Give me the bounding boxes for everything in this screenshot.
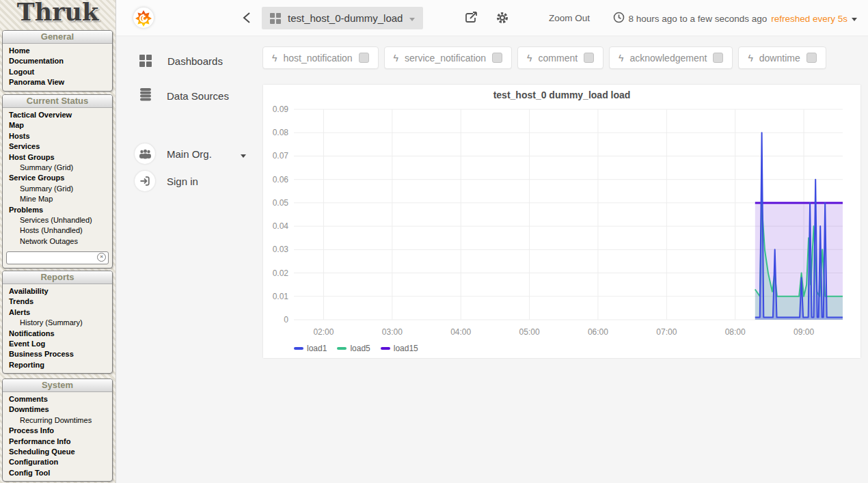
- menu-item[interactable]: Performance Info: [3, 437, 112, 447]
- svg-text:08:00: 08:00: [725, 327, 746, 337]
- sidebar-item-label: Sign in: [167, 176, 198, 187]
- menu-item[interactable]: Service Groups: [3, 173, 112, 183]
- refresh-interval-text: refreshed every 5s: [771, 14, 847, 24]
- legend-item[interactable]: load1: [294, 344, 327, 353]
- org-chevron-down-icon[interactable]: [241, 154, 246, 158]
- menu-item[interactable]: Process Info: [3, 426, 112, 436]
- menu-item[interactable]: Tactical Overview: [3, 110, 112, 120]
- share-icon[interactable]: [465, 11, 478, 27]
- annotation-checkbox[interactable]: [806, 53, 817, 63]
- menu-item[interactable]: Summary (Grid): [3, 184, 112, 194]
- svg-text:04:00: 04:00: [450, 327, 471, 337]
- annotation-toggle[interactable]: ϟ host_notification: [262, 46, 379, 69]
- menu-item[interactable]: Event Log: [3, 339, 112, 349]
- dashboard-grid-icon: [270, 13, 281, 24]
- lightning-icon: ϟ: [619, 53, 623, 64]
- menu-item[interactable]: Hosts (Unhandled): [3, 225, 112, 236]
- dashboards-grid-icon: [139, 55, 152, 67]
- menu-general: General HomeDocumentationLogoutPanorama …: [2, 30, 113, 92]
- annotation-label: host_notification: [283, 53, 352, 64]
- menu-item[interactable]: Recurring Downtimes: [3, 415, 112, 426]
- status-search-input[interactable]: [6, 251, 109, 264]
- menu-list-general: HomeDocumentationLogoutPanorama View: [3, 44, 112, 91]
- legend-item[interactable]: load15: [381, 344, 418, 353]
- back-chevron-icon[interactable]: [242, 11, 252, 27]
- sidebar-item-label: Data Sources: [167, 90, 229, 102]
- svg-text:05:00: 05:00: [519, 327, 540, 337]
- menu-item[interactable]: Configuration: [3, 457, 112, 467]
- menu-header-reports: Reports: [3, 271, 112, 284]
- annotation-toggle[interactable]: ϟ comment: [517, 46, 603, 69]
- legend-item[interactable]: load5: [337, 344, 370, 353]
- menu-reports: Reports AvailabilityTrendsAlertsHistory …: [2, 271, 113, 374]
- menu-item[interactable]: Map: [3, 120, 112, 130]
- menu-item[interactable]: Trends: [3, 296, 112, 307]
- sidebar-item-label: Main Org.: [167, 148, 212, 160]
- annotation-toggle[interactable]: ϟ acknowledgement: [609, 46, 733, 69]
- grafana-topbar: test_host_0-dummy_load Zoom Out: [116, 0, 868, 36]
- annotation-checkbox[interactable]: [584, 53, 594, 63]
- menu-item[interactable]: Problems: [3, 205, 112, 215]
- chevron-down-icon: [852, 18, 857, 21]
- sidebar-item-dashboards[interactable]: Dashboards: [139, 55, 223, 67]
- grafana-logo[interactable]: [133, 8, 154, 28]
- menu-item[interactable]: Mine Map: [3, 194, 112, 204]
- menu-item[interactable]: Panorama View: [3, 77, 112, 87]
- annotation-checkbox[interactable]: [492, 53, 502, 63]
- svg-text:0.07: 0.07: [273, 151, 289, 161]
- thruk-sidebar: Thruk General HomeDocumentationLogoutPan…: [0, 0, 116, 483]
- menu-item[interactable]: Config Tool: [3, 468, 112, 478]
- menu-item[interactable]: Logout: [3, 67, 112, 77]
- menu-item[interactable]: Hosts: [3, 131, 112, 141]
- time-range-picker[interactable]: 8 hours ago to a few seconds ago refresh…: [613, 12, 857, 25]
- clock-icon: [613, 12, 625, 25]
- annotation-label: service_notification: [405, 53, 486, 64]
- annotation-checkbox[interactable]: [713, 53, 723, 63]
- menu-item[interactable]: Services: [3, 141, 112, 152]
- gear-icon[interactable]: [496, 11, 509, 27]
- database-icon: [139, 88, 152, 104]
- svg-text:0.08: 0.08: [273, 128, 289, 137]
- menu-item[interactable]: Home: [3, 46, 112, 56]
- svg-text:0.02: 0.02: [273, 268, 289, 278]
- menu-item[interactable]: Downtimes: [3, 404, 112, 415]
- sidebar-item-data-sources[interactable]: Data Sources: [139, 88, 229, 104]
- menu-header-current-status: Current Status: [3, 95, 112, 108]
- legend-swatch: [337, 347, 347, 350]
- svg-text:0.04: 0.04: [273, 221, 289, 231]
- menu-item[interactable]: Services (Unhandled): [3, 215, 112, 225]
- legend-label: load5: [350, 344, 370, 353]
- svg-text:0.09: 0.09: [273, 105, 289, 114]
- menu-item[interactable]: Documentation: [3, 56, 112, 66]
- thruk-logo[interactable]: Thruk: [0, 0, 116, 26]
- annotation-toggle[interactable]: ϟ service_notification: [384, 46, 512, 69]
- svg-text:0.05: 0.05: [273, 198, 289, 208]
- dashboard-title: test_host_0-dummy_load: [288, 12, 403, 24]
- chevron-down-icon: [409, 18, 415, 21]
- dashboard-selector[interactable]: test_host_0-dummy_load: [262, 7, 423, 29]
- annotation-toggle[interactable]: ϟ downtime: [738, 46, 826, 69]
- menu-item[interactable]: Scheduling Queue: [3, 447, 112, 457]
- annotation-label: acknowledgement: [630, 53, 707, 64]
- menu-item[interactable]: History (Summary): [3, 318, 112, 328]
- annotation-row: ϟ host_notification ϟ service_notificati…: [262, 46, 826, 69]
- menu-item[interactable]: Reporting: [3, 360, 112, 370]
- menu-item[interactable]: Business Process: [3, 349, 112, 359]
- zoom-out-button[interactable]: Zoom Out: [549, 13, 590, 23]
- menu-item[interactable]: Availability: [3, 286, 112, 296]
- menu-item[interactable]: Comments: [3, 394, 112, 404]
- lightning-icon: ϟ: [394, 53, 398, 64]
- legend-swatch: [381, 347, 390, 350]
- menu-system: System CommentsDowntimesRecurring Downti…: [2, 378, 113, 482]
- svg-text:0: 0: [284, 315, 288, 325]
- menu-item[interactable]: Network Outages: [3, 236, 112, 247]
- menu-header-system: System: [3, 379, 112, 392]
- sidebar-item-org[interactable]: Main Org.: [135, 143, 212, 164]
- sidebar-item-sign-in[interactable]: Sign in: [135, 171, 198, 191]
- annotation-checkbox[interactable]: [359, 53, 369, 63]
- menu-item[interactable]: Summary (Grid): [3, 163, 112, 173]
- menu-item[interactable]: Host Groups: [3, 152, 112, 163]
- menu-item[interactable]: Notifications: [3, 329, 112, 339]
- annotation-label: comment: [539, 53, 578, 64]
- menu-item[interactable]: Alerts: [3, 307, 112, 318]
